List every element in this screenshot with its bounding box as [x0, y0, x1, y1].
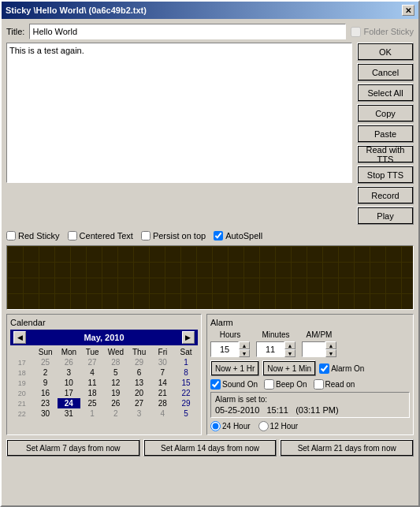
now-plus-1hr-button[interactable]: Now + 1 Hr — [210, 360, 259, 376]
red-sticky-label: Red Sticky — [18, 231, 60, 240]
minutes-col: Minutes ▲ ▼ — [256, 330, 295, 357]
calendar-day-3-6[interactable]: 22 — [174, 388, 198, 398]
red-sticky-check[interactable] — [6, 231, 16, 240]
24-hour-radio-input[interactable] — [210, 421, 221, 431]
calendar-day-5-6[interactable]: 5 — [174, 408, 198, 419]
calendar-day-0-1[interactable]: 26 — [58, 357, 81, 367]
paste-button[interactable]: Paste — [357, 125, 414, 143]
calendar-day-0-0[interactable]: 25 — [34, 357, 58, 367]
now-plus-1min-button[interactable]: Now + 1 Min — [262, 360, 316, 376]
select-all-button[interactable]: Select All — [357, 84, 414, 102]
centered-text-check[interactable] — [68, 231, 77, 240]
ampm-down-button[interactable]: ▼ — [325, 349, 336, 357]
sticky-text-area[interactable]: This is a test again. — [6, 43, 352, 183]
sound-on-check[interactable] — [210, 379, 221, 390]
bottom-buttons: Set Alarm 7 days from now Set Alarm 14 d… — [6, 439, 414, 457]
sound-on-checkbox: Sound On — [210, 379, 258, 390]
calendar-day-1-0[interactable]: 2 — [34, 367, 58, 378]
record-button[interactable]: Record — [357, 186, 414, 204]
alarm-on-check[interactable] — [319, 363, 329, 374]
minutes-input[interactable] — [256, 341, 284, 357]
calendar-day-3-0[interactable]: 16 — [34, 388, 58, 398]
alarm-on-label: Alarm On — [331, 364, 364, 373]
calendar-day-0-6[interactable]: 1 — [174, 357, 198, 367]
copy-button[interactable]: Copy — [357, 104, 414, 122]
calendar-day-1-2[interactable]: 4 — [80, 367, 104, 378]
calendar-day-2-0[interactable]: 9 — [34, 378, 58, 388]
hours-down-button[interactable]: ▼ — [239, 349, 250, 357]
12-hour-radio-input[interactable] — [258, 421, 269, 431]
calendar-day-1-6[interactable]: 8 — [174, 367, 198, 378]
calendar-day-4-5[interactable]: 28 — [151, 398, 175, 408]
hours-input[interactable] — [210, 341, 239, 357]
day-header-sun: Sun — [34, 347, 58, 357]
hours-label: Hours — [220, 330, 241, 339]
calendar-day-5-0[interactable]: 30 — [34, 408, 58, 419]
calendar-day-5-5[interactable]: 4 — [151, 408, 175, 419]
calendar-day-0-4[interactable]: 29 — [128, 357, 151, 367]
week-num-4: 21 — [10, 398, 34, 408]
calendar-day-4-2[interactable]: 25 — [80, 398, 104, 408]
set-21-days-button[interactable]: Set Alarm 21 days from now — [280, 439, 414, 457]
calendar-day-3-4[interactable]: 20 — [128, 388, 151, 398]
read-on-check[interactable] — [314, 379, 324, 390]
week-num-1: 18 — [10, 367, 34, 378]
ok-button[interactable]: OK — [357, 43, 414, 61]
calendar-day-4-3[interactable]: 26 — [104, 398, 128, 408]
day-header-wed: Wed — [104, 347, 128, 357]
folder-sticky-label: Folder Sticky — [363, 27, 414, 36]
auto-spell-check[interactable] — [214, 231, 223, 240]
calendar-day-4-0[interactable]: 23 — [34, 398, 58, 408]
beep-on-check[interactable] — [264, 379, 274, 390]
calendar-next-button[interactable]: ▶ — [182, 331, 195, 344]
window-title: Sticky \Hello World\ (0a6c49b2.txt) — [6, 6, 147, 15]
beep-on-checkbox: Beep On — [264, 379, 307, 390]
week-num-5: 22 — [10, 408, 34, 419]
minutes-up-button[interactable]: ▲ — [284, 341, 295, 349]
title-bar: Sticky \Hello World\ (0a6c49b2.txt) ✕ — [2, 2, 418, 19]
set-7-days-button[interactable]: Set Alarm 7 days from now — [6, 439, 140, 457]
calendar-day-1-4[interactable]: 6 — [128, 367, 151, 378]
calendar-day-5-1[interactable]: 31 — [58, 408, 81, 419]
ampm-input[interactable] — [302, 341, 325, 357]
calendar-day-2-4[interactable]: 13 — [128, 378, 151, 388]
calendar-prev-button[interactable]: ◀ — [13, 331, 26, 344]
calendar-day-0-2[interactable]: 27 — [80, 357, 104, 367]
calendar-day-2-5[interactable]: 14 — [151, 378, 175, 388]
play-button[interactable]: Play — [357, 207, 414, 225]
calendar-day-0-3[interactable]: 28 — [104, 357, 128, 367]
calendar-panel: Calendar ◀ May, 2010 ▶ Sun Mon Tue Wed — [6, 314, 202, 435]
24-hour-radio: 24 Hour — [210, 421, 251, 431]
read-with-tts-button[interactable]: Read with TTS — [357, 145, 414, 163]
calendar-day-4-1[interactable]: 24 — [58, 398, 81, 408]
calendar-day-0-5[interactable]: 30 — [151, 357, 175, 367]
calendar-day-2-2[interactable]: 11 — [80, 378, 104, 388]
calendar-day-3-2[interactable]: 18 — [80, 388, 104, 398]
calendar-day-5-2[interactable]: 1 — [80, 408, 104, 419]
calendar-day-5-4[interactable]: 3 — [128, 408, 151, 419]
cancel-button[interactable]: Cancel — [357, 63, 414, 81]
calendar-day-3-1[interactable]: 17 — [58, 388, 81, 398]
calendar-day-4-4[interactable]: 27 — [128, 398, 151, 408]
alarm-date: 05-25-2010 — [215, 405, 259, 415]
stop-tts-button[interactable]: Stop TTS — [357, 166, 414, 184]
calendar-day-4-6[interactable]: 29 — [174, 398, 198, 408]
title-input[interactable] — [29, 24, 346, 39]
calendar-day-2-3[interactable]: 12 — [104, 378, 128, 388]
calendar-day-1-5[interactable]: 7 — [151, 367, 175, 378]
calendar-day-3-5[interactable]: 21 — [151, 388, 175, 398]
red-sticky-checkbox: Red Sticky — [6, 231, 60, 240]
hours-up-button[interactable]: ▲ — [239, 341, 250, 349]
calendar-day-2-6[interactable]: 15 — [174, 378, 198, 388]
minutes-down-button[interactable]: ▼ — [284, 349, 295, 357]
ampm-up-button[interactable]: ▲ — [325, 341, 336, 349]
calendar-day-1-1[interactable]: 3 — [58, 367, 81, 378]
calendar-day-2-1[interactable]: 10 — [58, 378, 81, 388]
calendar-day-5-3[interactable]: 2 — [104, 408, 128, 419]
calendar-day-1-3[interactable]: 5 — [104, 367, 128, 378]
calendar-day-3-3[interactable]: 19 — [104, 388, 128, 398]
12-hour-radio: 12 Hour — [258, 421, 299, 431]
persist-on-top-check[interactable] — [141, 231, 151, 240]
set-14-days-button[interactable]: Set Alarm 14 days from now — [143, 439, 277, 457]
close-button[interactable]: ✕ — [402, 5, 414, 16]
